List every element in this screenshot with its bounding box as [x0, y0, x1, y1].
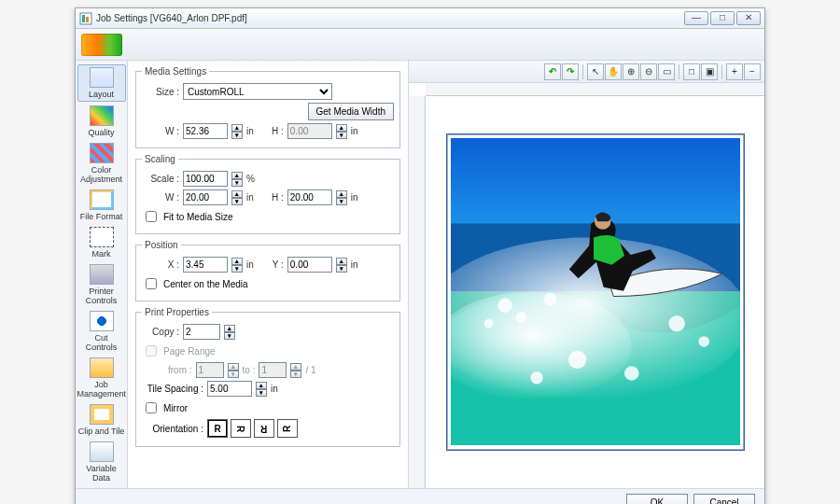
- view-2-button[interactable]: ▣: [701, 63, 718, 80]
- center-media-label: Center on the Media: [163, 279, 248, 289]
- variable-data-icon: [90, 441, 114, 462]
- page-from-input: [196, 362, 224, 378]
- media-height-spinner: ▴▾: [336, 124, 347, 139]
- media-width-input[interactable]: [183, 123, 228, 139]
- scale-w-label: W :: [142, 192, 179, 203]
- add-button[interactable]: +: [726, 63, 743, 80]
- close-button[interactable]: ✕: [736, 11, 761, 25]
- layout-icon: [90, 67, 114, 88]
- preview-panel: ↶ ↷ ↖ ✋ ⊕ ⊖ ▭ □ ▣ + −: [408, 61, 764, 488]
- media-w-label: W :: [142, 126, 179, 136]
- svg-point-9: [515, 312, 526, 323]
- svg-point-11: [543, 293, 556, 306]
- app-icon: [79, 12, 92, 25]
- dialog-footer: OK Cancel: [76, 488, 764, 504]
- print-legend: Print Properties: [142, 307, 212, 317]
- printer-icon: [90, 264, 114, 285]
- zoom-in-button[interactable]: ⊕: [623, 63, 639, 80]
- titlebar: Job Settings [VG640_Arlon DPF.pdf] — □ ✕: [76, 8, 764, 29]
- sidebar-item-cut-controls[interactable]: Cut Controls: [77, 309, 126, 354]
- pos-y-input[interactable]: [287, 257, 332, 273]
- category-sidebar: Layout Quality Color Adjustment File For…: [76, 61, 128, 488]
- sidebar-item-color-adjustment[interactable]: Color Adjustment: [77, 141, 126, 186]
- ruler-horizontal: [426, 83, 764, 96]
- media-width-spinner[interactable]: ▴▾: [231, 124, 243, 139]
- scaling-group: Scaling Scale : ▴▾ % W : ▴▾ in H : ▴▾ i: [135, 154, 400, 234]
- scale-spinner[interactable]: ▴▾: [231, 172, 243, 187]
- orient-0-button[interactable]: R: [207, 419, 228, 438]
- preview-toolbar: ↶ ↷ ↖ ✋ ⊕ ⊖ ▭ □ ▣ + −: [409, 61, 764, 83]
- pan-tool-button[interactable]: ✋: [605, 63, 622, 80]
- mark-icon: [90, 227, 114, 247]
- orient-180-button[interactable]: R: [254, 419, 274, 438]
- job-preview-image: [451, 138, 740, 445]
- file-format-icon: [90, 189, 114, 210]
- svg-point-8: [497, 298, 512, 313]
- tile-spacing-input[interactable]: [207, 381, 252, 397]
- page-range-checkbox: [146, 345, 157, 357]
- fit-media-label: Fit to Media Size: [163, 212, 232, 222]
- zoom-out-button[interactable]: ⊖: [640, 63, 657, 80]
- main-toolbar: [76, 29, 764, 61]
- pointer-tool-button[interactable]: ↖: [587, 63, 604, 80]
- media-height-input: [287, 123, 332, 139]
- ok-button[interactable]: OK: [626, 494, 688, 505]
- scale-input[interactable]: [183, 171, 228, 187]
- scaling-legend: Scaling: [142, 154, 178, 164]
- pos-y-label: Y :: [271, 259, 284, 270]
- preview-canvas[interactable]: [409, 83, 764, 488]
- svg-rect-2: [86, 17, 89, 22]
- mirror-checkbox[interactable]: [146, 402, 157, 413]
- copy-input[interactable]: [183, 324, 220, 340]
- fit-media-checkbox[interactable]: [146, 211, 157, 222]
- sidebar-item-quality[interactable]: Quality: [77, 104, 126, 139]
- sidebar-item-file-format[interactable]: File Format: [77, 188, 126, 223]
- scale-height-input[interactable]: [287, 189, 332, 205]
- view-1-button[interactable]: □: [683, 63, 700, 80]
- pos-x-label: X :: [142, 259, 179, 270]
- svg-point-10: [483, 319, 493, 329]
- preview-page[interactable]: [446, 133, 745, 451]
- size-label: Size :: [142, 87, 179, 97]
- clip-tile-icon: [90, 404, 114, 425]
- window-title: Job Settings [VG640_Arlon DPF.pdf]: [96, 13, 684, 23]
- mirror-label: Mirror: [163, 403, 188, 413]
- orientation-label: Orientation :: [142, 424, 203, 434]
- redo-button[interactable]: ↷: [562, 63, 579, 80]
- svg-point-13: [698, 336, 709, 347]
- center-media-checkbox[interactable]: [146, 278, 157, 289]
- sidebar-item-variable-data[interactable]: Variable Data: [77, 440, 126, 484]
- minimize-button[interactable]: —: [684, 11, 708, 25]
- size-select[interactable]: CustomROLL: [183, 83, 332, 100]
- sidebar-item-layout[interactable]: Layout: [77, 64, 126, 102]
- scale-width-input[interactable]: [183, 189, 228, 205]
- svg-point-14: [567, 351, 585, 369]
- remove-button[interactable]: −: [744, 63, 761, 80]
- position-group: Position X : ▴▾ in Y : ▴▾ in Center on t…: [135, 240, 400, 301]
- sidebar-item-printer-controls[interactable]: Printer Controls: [77, 262, 126, 307]
- scale-h-label: H :: [271, 192, 284, 203]
- cut-icon: [90, 311, 114, 331]
- sidebar-item-clip-tile[interactable]: Clip and Tile: [77, 402, 126, 438]
- media-legend: Media Settings: [142, 66, 209, 77]
- orient-90-button[interactable]: R: [231, 419, 251, 438]
- svg-point-15: [624, 366, 639, 381]
- sidebar-item-mark[interactable]: Mark: [77, 225, 126, 260]
- sidebar-item-job-management[interactable]: Job Management: [77, 356, 126, 400]
- zoom-fit-button[interactable]: ▭: [658, 63, 675, 80]
- print-properties-group: Print Properties Copy : ▴▾ Page Range fr…: [135, 307, 400, 447]
- svg-point-16: [530, 371, 543, 385]
- maximize-button[interactable]: □: [710, 11, 735, 25]
- get-media-width-button[interactable]: Get Media Width: [308, 103, 394, 120]
- orient-270-button[interactable]: R: [277, 419, 298, 438]
- color-adjust-icon: [90, 143, 114, 163]
- media-settings-group: Media Settings Size : CustomROLL Get Med…: [135, 66, 400, 148]
- pos-x-input[interactable]: [183, 257, 228, 273]
- cancel-button[interactable]: Cancel: [693, 494, 755, 505]
- job-icon: [81, 34, 122, 56]
- tile-spacing-label: Tile Spacing :: [142, 384, 203, 394]
- job-settings-dialog: Job Settings [VG640_Arlon DPF.pdf] — □ ✕…: [75, 7, 765, 504]
- media-h-label: H :: [271, 126, 284, 136]
- undo-button[interactable]: ↶: [544, 63, 561, 80]
- scale-label: Scale :: [142, 174, 179, 184]
